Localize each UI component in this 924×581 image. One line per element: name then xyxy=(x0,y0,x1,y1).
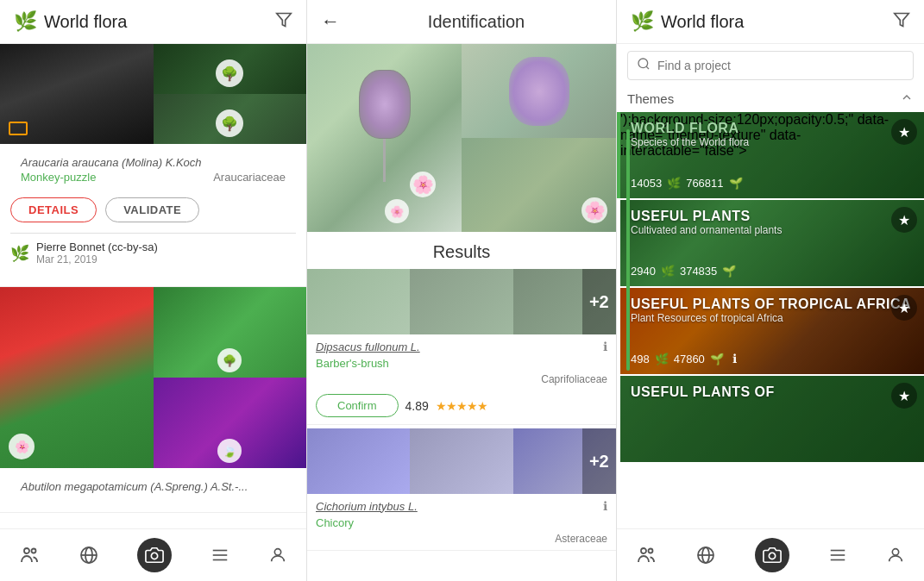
themes-row: Themes xyxy=(617,87,924,112)
nav-people-icon-right[interactable] xyxy=(636,545,657,565)
svg-point-23 xyxy=(892,549,898,555)
result1-score: 4.89 xyxy=(405,399,429,413)
result-card-1: +2 Dipsacus fullonum L. ℹ Barber's-brush… xyxy=(307,269,616,425)
obs1-tree-icon-tr: 🌳 xyxy=(216,59,243,87)
theme2-stat2: 47860 xyxy=(674,353,705,365)
result1-img1 xyxy=(307,269,410,334)
active-indicator xyxy=(626,129,630,371)
result1-img2 xyxy=(410,269,512,334)
theme0-leaf-icon: 🌿 xyxy=(667,177,681,190)
left-bottom-nav xyxy=(0,528,306,581)
obs1-images: 🌳 🌳 xyxy=(0,44,306,144)
nav-menu-icon-right[interactable] xyxy=(828,546,847,565)
nav-globe-icon-left[interactable] xyxy=(79,545,99,565)
obs2-img-main: 🌸 xyxy=(0,287,154,468)
result1-info-icon[interactable]: ℹ xyxy=(603,340,607,353)
svg-point-6 xyxy=(152,553,158,559)
left-header: 🌿 World flora xyxy=(0,0,306,44)
theme0-obs-icon: 🌱 xyxy=(729,177,743,190)
obs1-common: Monkey-puzzle xyxy=(21,171,96,184)
obs-card-1: 🌳 🌳 Araucaria araucana (Molina) K.Koch M… xyxy=(0,44,306,287)
theme1-content: USEFUL PLANTS Cultivated and ornamental … xyxy=(620,200,924,286)
theme3-title: USEFUL PLANTS OF xyxy=(631,384,914,400)
chevron-up-icon[interactable] xyxy=(900,91,914,107)
results-section: Results +2 Dipsacus fullonum L. xyxy=(307,232,616,581)
result1-common: Barber's-brush xyxy=(316,357,607,370)
obs2-flower-icon: 🌸 xyxy=(9,434,35,459)
result2-img1 xyxy=(307,428,410,494)
obs1-bbox xyxy=(9,122,28,135)
obs2-scientific: Abutilon megapotamicum (A.Spreng.) A.St.… xyxy=(10,475,296,495)
theme-card-3[interactable]: USEFUL PLANTS OF ★ xyxy=(617,376,924,462)
result1-confirm-row: Confirm 4.89 ★★★★★ xyxy=(307,390,616,424)
theme2-content: USEFUL PLANTS OF TROPICAL AFRICA Plant R… xyxy=(620,288,924,374)
theme0-star-button[interactable]: ★ xyxy=(891,119,917,145)
result1-scientific: Dipsacus fullonum L. xyxy=(316,340,600,353)
svg-point-19 xyxy=(769,553,775,559)
search-input[interactable] xyxy=(657,59,904,72)
id-flower-main: 🌸 xyxy=(410,172,436,197)
nav-camera-icon-right[interactable] xyxy=(755,538,789,572)
id-flower-bl: 🌸 xyxy=(385,199,409,223)
result2-scientific: Cichorium intybus L. xyxy=(316,500,600,513)
theme2-title: USEFUL PLANTS OF TROPICAL AFRICA xyxy=(631,297,914,312)
validate-button[interactable]: VALIDATE xyxy=(105,197,199,222)
theme-card-2[interactable]: USEFUL PLANTS OF TROPICAL AFRICA Plant R… xyxy=(617,288,924,374)
theme1-star-button[interactable]: ★ xyxy=(891,207,917,233)
theme2-star-button[interactable]: ★ xyxy=(891,295,917,321)
nav-profile-icon-left[interactable] xyxy=(268,546,287,565)
theme3-star-icon: ★ xyxy=(898,388,910,404)
theme2-info-icon[interactable]: ℹ xyxy=(732,352,737,365)
svg-point-10 xyxy=(274,549,280,555)
theme0-star-icon: ★ xyxy=(898,124,910,141)
nav-profile-icon-right[interactable] xyxy=(886,546,905,565)
theme1-stat1: 2940 xyxy=(631,265,656,278)
result1-img3: +2 xyxy=(513,269,616,334)
svg-point-12 xyxy=(638,59,648,68)
nav-menu-icon-left[interactable] xyxy=(211,546,229,565)
theme1-star-icon: ★ xyxy=(898,212,910,228)
svg-point-1 xyxy=(24,548,29,553)
theme3-star-button[interactable]: ★ xyxy=(891,383,917,409)
right-header: 🌿 World flora xyxy=(617,0,924,44)
left-filter-icon[interactable] xyxy=(275,11,292,33)
theme-card-1[interactable]: USEFUL PLANTS Cultivated and ornamental … xyxy=(617,200,924,286)
results-header: Results xyxy=(307,232,616,269)
result2-img2 xyxy=(410,428,512,494)
result2-family: Asteraceae xyxy=(555,533,607,545)
right-filter-icon[interactable] xyxy=(893,11,910,33)
theme-card-0[interactable]: ');background-size:120px;opacity:0.5;" d… xyxy=(617,112,924,198)
left-title-group: 🌿 World flora xyxy=(14,10,127,33)
obs1-divider xyxy=(10,233,296,234)
details-button[interactable]: DETAILS xyxy=(10,197,97,222)
svg-point-15 xyxy=(649,549,653,553)
nav-camera-icon-left[interactable] xyxy=(137,538,172,572)
right-panel: 🌿 World flora Themes xyxy=(617,0,924,581)
result2-images: +2 xyxy=(307,428,616,494)
search-icon xyxy=(637,57,651,74)
nav-people-icon-left[interactable] xyxy=(19,545,40,565)
obs1-date: Mar 21, 2019 xyxy=(36,253,158,266)
id-images: 🌸 🌸 🌸 xyxy=(307,44,616,232)
obs2-info: Abutilon megapotamicum (A.Spreng.) A.St.… xyxy=(0,468,306,498)
theme0-stats: 14053 🌿 766811 🌱 xyxy=(631,177,914,190)
nav-globe-icon-right[interactable] xyxy=(695,545,716,565)
back-arrow-icon[interactable]: ← xyxy=(321,10,340,33)
right-title-group: 🌿 World flora xyxy=(631,10,744,33)
obs2-img-tr: 🌳 xyxy=(154,287,307,378)
theme0-stat2: 766811 xyxy=(686,177,723,190)
theme2-stat1: 498 xyxy=(631,353,650,365)
result2-common: Chicory xyxy=(316,516,607,529)
obs-card-2: 🌸 🌳 🍃 Abutilon megapotamicum (A.Spreng.)… xyxy=(0,287,306,513)
confirm-button-1[interactable]: Confirm xyxy=(316,394,399,417)
theme1-stat2: 374835 xyxy=(680,265,717,278)
theme2-star-icon: ★ xyxy=(898,300,910,316)
search-box[interactable] xyxy=(627,51,914,80)
obs1-user: 🌿 Pierre Bonnet (cc-by-sa) Mar 21, 2019 xyxy=(0,241,306,272)
result2-info-icon[interactable]: ℹ xyxy=(603,499,607,513)
themes-label: Themes xyxy=(627,91,674,106)
id-flower-br: 🌸 xyxy=(581,197,607,223)
obs1-user-icon: 🌿 xyxy=(10,244,29,263)
obs1-actions: DETAILS VALIDATE xyxy=(0,191,306,222)
obs1-scientific: Araucaria araucana (Molina) K.Koch xyxy=(10,151,296,171)
